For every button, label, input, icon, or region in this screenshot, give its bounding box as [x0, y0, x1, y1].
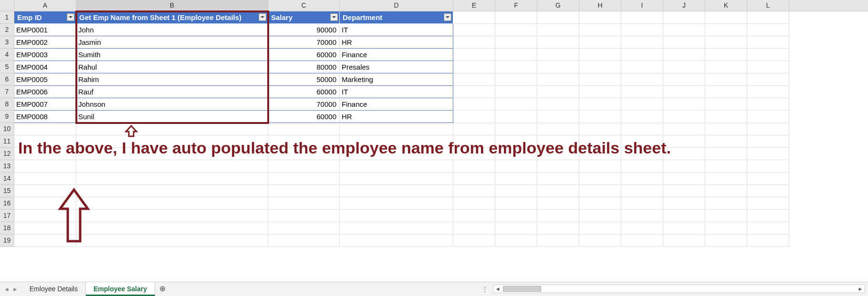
empty-cell[interactable] [495, 73, 537, 86]
empty-cell[interactable] [747, 160, 789, 173]
sheet-tab-employee-details[interactable]: Emloyee Details [22, 282, 86, 296]
empty-cell[interactable] [14, 160, 76, 173]
empty-cell[interactable] [621, 160, 663, 173]
empty-cell[interactable] [663, 123, 705, 135]
empty-cell[interactable] [579, 24, 621, 36]
tab-split-handle[interactable]: ⋮ [477, 286, 493, 293]
cell-salary[interactable]: 60000 [268, 49, 340, 61]
empty-cell[interactable] [495, 123, 537, 135]
empty-cell[interactable] [453, 49, 495, 61]
empty-cell[interactable] [76, 160, 268, 173]
empty-cell[interactable] [705, 222, 747, 235]
empty-cell[interactable] [76, 210, 268, 222]
empty-cell[interactable] [621, 235, 663, 247]
empty-cell[interactable] [453, 73, 495, 86]
empty-cell[interactable] [705, 123, 747, 135]
empty-cell[interactable] [621, 73, 663, 86]
empty-cell[interactable] [14, 173, 76, 185]
empty-cell[interactable] [537, 123, 579, 135]
empty-cell[interactable] [747, 98, 789, 111]
empty-cell[interactable] [663, 24, 705, 36]
empty-cell[interactable] [340, 123, 453, 135]
cell-emp-id[interactable]: EMP0001 [14, 24, 76, 36]
cell-salary[interactable]: 90000 [268, 24, 340, 36]
empty-cell[interactable] [537, 210, 579, 222]
empty-cell[interactable] [537, 61, 579, 73]
empty-cell[interactable] [663, 49, 705, 61]
cell-department[interactable]: IT [340, 24, 453, 36]
empty-cell[interactable] [76, 173, 268, 185]
empty-cell[interactable] [747, 135, 789, 148]
empty-cell[interactable] [579, 98, 621, 111]
row-header-13[interactable]: 13 [0, 160, 14, 173]
row-header-1[interactable]: 1 [0, 11, 14, 24]
empty-cell[interactable] [495, 86, 537, 98]
empty-cell[interactable] [453, 111, 495, 123]
empty-cell[interactable] [579, 73, 621, 86]
empty-cell[interactable] [453, 160, 495, 173]
empty-cell[interactable] [495, 197, 537, 210]
cell-emp-name[interactable]: Sunil [76, 111, 268, 123]
empty-cell[interactable] [537, 173, 579, 185]
empty-cell[interactable] [268, 222, 340, 235]
column-header-K[interactable]: K [705, 0, 747, 11]
cell-emp-name[interactable]: Rahim [76, 73, 268, 86]
empty-cell[interactable] [537, 24, 579, 36]
empty-cell[interactable] [268, 210, 340, 222]
empty-cell[interactable] [663, 197, 705, 210]
column-header-F[interactable]: F [495, 0, 537, 11]
empty-cell[interactable] [453, 210, 495, 222]
empty-cell[interactable] [579, 210, 621, 222]
cell-salary[interactable]: 70000 [268, 36, 340, 49]
empty-cell[interactable] [268, 160, 340, 173]
empty-cell[interactable] [579, 173, 621, 185]
table-header-b[interactable]: Get Emp Name from Sheet 1 (Employee Deta… [76, 11, 268, 24]
empty-cell[interactable] [495, 222, 537, 235]
cell-emp-id[interactable]: EMP0006 [14, 86, 76, 98]
row-header-6[interactable]: 6 [0, 73, 14, 86]
empty-cell[interactable] [579, 61, 621, 73]
empty-cell[interactable] [705, 61, 747, 73]
empty-cell[interactable] [705, 185, 747, 197]
empty-cell[interactable] [621, 24, 663, 36]
empty-cell[interactable] [747, 222, 789, 235]
empty-cell[interactable] [76, 185, 268, 197]
empty-cell[interactable] [579, 197, 621, 210]
filter-dropdown-icon[interactable] [67, 13, 74, 21]
empty-cell[interactable] [663, 111, 705, 123]
cell-department[interactable]: Finance [340, 49, 453, 61]
empty-cell[interactable] [705, 210, 747, 222]
empty-cell[interactable] [705, 24, 747, 36]
column-header-H[interactable]: H [579, 0, 621, 11]
empty-cell[interactable] [495, 61, 537, 73]
cell-emp-id[interactable]: EMP0002 [14, 36, 76, 49]
empty-cell[interactable] [340, 185, 453, 197]
empty-cell[interactable] [495, 160, 537, 173]
empty-cell[interactable] [268, 173, 340, 185]
empty-cell[interactable] [453, 197, 495, 210]
row-header-2[interactable]: 2 [0, 24, 14, 36]
scroll-left-icon[interactable]: ◄ [493, 286, 502, 292]
cell-emp-id[interactable]: EMP0005 [14, 73, 76, 86]
empty-cell[interactable] [705, 36, 747, 49]
cell-salary[interactable]: 50000 [268, 73, 340, 86]
column-header-D[interactable]: D [340, 0, 453, 11]
row-header-5[interactable]: 5 [0, 61, 14, 73]
column-header-E[interactable]: E [453, 0, 495, 11]
empty-cell[interactable] [340, 235, 453, 247]
filter-dropdown-icon[interactable] [444, 13, 451, 21]
empty-cell[interactable] [76, 235, 268, 247]
row-header-3[interactable]: 3 [0, 36, 14, 49]
empty-cell[interactable] [621, 49, 663, 61]
empty-cell[interactable] [747, 185, 789, 197]
cell-emp-id[interactable]: EMP0007 [14, 98, 76, 111]
empty-cell[interactable] [579, 49, 621, 61]
empty-cell[interactable] [621, 111, 663, 123]
empty-cell[interactable] [663, 160, 705, 173]
empty-cell[interactable] [453, 123, 495, 135]
empty-cell[interactable] [537, 185, 579, 197]
empty-cell[interactable] [495, 173, 537, 185]
empty-cell[interactable] [663, 86, 705, 98]
empty-cell[interactable] [621, 11, 663, 24]
row-header-18[interactable]: 18 [0, 222, 14, 235]
